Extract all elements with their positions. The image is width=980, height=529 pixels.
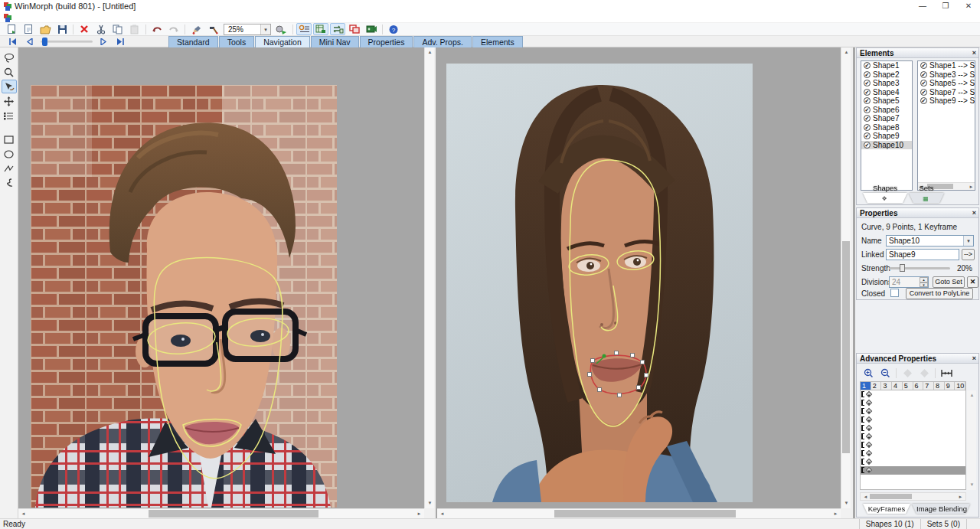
build-hammer-button[interactable]	[205, 23, 220, 35]
set-visible-check-icon[interactable]: ✔	[920, 89, 927, 96]
timeline-frame-column[interactable]: 7	[923, 382, 934, 390]
toolbar-tab[interactable]: Adv. Props.	[413, 36, 472, 47]
frame-slider-thumb[interactable]	[42, 38, 47, 46]
divisions-spinner-buttons[interactable]: ▴ ▾	[920, 277, 928, 287]
scroll-up-icon[interactable]: ▲	[425, 47, 435, 57]
toolbar-tab[interactable]: Mini Nav	[311, 36, 359, 47]
timeline-frame-column[interactable]: 10	[955, 382, 965, 390]
scroll-up-icon[interactable]: ▲	[841, 47, 851, 57]
shape-list-item[interactable]: ✔ Shape6	[861, 106, 912, 115]
resize-grip[interactable]	[966, 519, 980, 529]
curve-tool-button[interactable]	[2, 176, 17, 190]
shape-visible-check-icon[interactable]: ✔	[864, 142, 871, 149]
timeline-frame-column[interactable]: 2	[871, 382, 882, 390]
close-button[interactable]: ✕	[957, 0, 980, 12]
remove-from-set-button[interactable]: ✕	[967, 276, 978, 288]
shape-list-item[interactable]: ✔ Shape1	[861, 61, 912, 70]
timeline-frame-column[interactable]: 9	[945, 382, 956, 390]
new-project-button[interactable]	[4, 23, 19, 35]
scroll-right-icon[interactable]: ►	[956, 493, 965, 501]
next-frame-button[interactable]	[100, 38, 107, 45]
shape-visible-check-icon[interactable]: ✔	[864, 80, 871, 87]
scrollbar-thumb[interactable]	[554, 510, 736, 518]
convert-to-polyline-button[interactable]: Convert to PolyLine	[906, 288, 973, 299]
tab-shapes[interactable]: ❖Shapes	[863, 193, 907, 203]
destination-vertical-scrollbar[interactable]: ▲ ▼	[841, 47, 851, 508]
tab-image-blending[interactable]: Image Blending	[912, 504, 970, 514]
set-list-item[interactable]: ✔ Shape1 --> Shape	[918, 61, 975, 70]
shape-sets-button[interactable]	[347, 23, 362, 35]
timeline-shape-row[interactable]	[861, 441, 965, 449]
timeline-frame-column[interactable]: 3	[881, 382, 892, 390]
open-button[interactable]	[38, 23, 53, 35]
last-frame-button[interactable]	[116, 38, 124, 45]
set-visible-check-icon[interactable]: ✔	[920, 80, 927, 87]
paste-button[interactable]	[127, 23, 142, 35]
timeline-shape-row[interactable]	[861, 416, 965, 424]
shape-list-item[interactable]: ✔ Shape9	[861, 132, 912, 141]
keyframe-marker-icon[interactable]	[866, 450, 872, 456]
linked-to-field[interactable]: Shape9	[886, 249, 959, 260]
shape-visible-check-icon[interactable]: ✔	[864, 71, 871, 78]
move-tool-button[interactable]	[2, 94, 17, 108]
toolbar-tab[interactable]: Properties	[360, 36, 413, 47]
shape-visible-check-icon[interactable]: ✔	[864, 89, 871, 96]
set-visible-check-icon[interactable]: ✔	[920, 62, 927, 69]
dropdown-arrow-icon[interactable]: ▾	[963, 236, 973, 246]
scrollbar-thumb[interactable]	[842, 241, 850, 453]
keyframe-marker-icon[interactable]	[866, 467, 872, 473]
save-button[interactable]	[54, 23, 70, 35]
toggle-elements-panel-button[interactable]	[330, 23, 345, 35]
keyframe-marker-icon[interactable]	[866, 433, 872, 439]
rectangle-shape-tool-button[interactable]	[2, 132, 17, 146]
tab-keyframes[interactable]: KeyFrames	[863, 504, 910, 514]
undo-button[interactable]	[149, 23, 165, 35]
set-list-item[interactable]: ✔ Shape7 --> Shape	[918, 88, 975, 97]
zoom-level-combobox[interactable]: 25% ▾	[224, 24, 271, 35]
shape-name-combobox[interactable]: Shape10 ▾	[886, 235, 974, 247]
shape-visible-check-icon[interactable]: ✔	[864, 97, 871, 104]
timeline-zoom-in-button[interactable]	[860, 367, 877, 379]
scrollbar-thumb[interactable]	[149, 510, 319, 518]
strength-slider[interactable]	[889, 267, 950, 269]
timeline-horizontal-scrollbar[interactable]: ◄ ►	[860, 492, 966, 501]
keyframe-marker-icon[interactable]	[866, 408, 872, 414]
timeline-frame-column[interactable]: 8	[934, 382, 945, 390]
edit-shape-tool-button[interactable]	[2, 80, 17, 93]
render-movie-button[interactable]	[364, 23, 379, 35]
next-keyframe-button[interactable]	[916, 367, 933, 379]
keyframe-marker-icon[interactable]	[866, 442, 872, 448]
minimize-button[interactable]: —	[911, 0, 934, 12]
strength-slider-thumb[interactable]	[900, 264, 905, 272]
source-image-canvas[interactable]	[31, 85, 337, 508]
shape-visible-check-icon[interactable]: ✔	[864, 106, 871, 113]
scroll-down-icon[interactable]: ▼	[967, 480, 977, 490]
destination-image-canvas[interactable]	[446, 64, 753, 502]
scroll-right-icon[interactable]: ►	[968, 183, 975, 191]
cut-button[interactable]	[93, 23, 109, 35]
shape-list-item[interactable]: ✔ Shape3	[861, 79, 912, 88]
zoom-tool-button[interactable]	[2, 65, 17, 79]
previous-keyframe-button[interactable]	[899, 367, 916, 379]
keyframe-spacing-button[interactable]	[938, 367, 955, 379]
closed-checkbox[interactable]	[890, 289, 899, 297]
set-list-item[interactable]: ✔ Shape9 --> Shape	[918, 96, 975, 106]
keyframe-marker-icon[interactable]	[866, 416, 872, 423]
timeline-shape-row[interactable]	[861, 449, 965, 458]
source-horizontal-scrollbar[interactable]: ◄ ►	[18, 508, 424, 518]
keyframe-marker-icon[interactable]	[866, 425, 872, 431]
previous-frame-button[interactable]	[26, 38, 33, 45]
first-frame-button[interactable]	[9, 38, 17, 45]
polyline-tool-button[interactable]	[2, 162, 17, 175]
toolbar-tab[interactable]: Tools	[219, 36, 255, 47]
toolbar-tab[interactable]: Navigation	[255, 36, 310, 47]
toggle-properties-panel-button[interactable]	[296, 23, 312, 35]
timeline-frame-column[interactable]: 5	[903, 382, 913, 390]
timeline-shape-row[interactable]	[861, 424, 965, 433]
close-icon[interactable]: ×	[972, 209, 976, 217]
timeline-shape-row[interactable]	[861, 433, 965, 441]
shape-visible-check-icon[interactable]: ✔	[864, 62, 871, 69]
zoom-dropdown-arrow-icon[interactable]: ▾	[260, 24, 270, 34]
frame-position-slider[interactable]	[41, 41, 93, 43]
toolbar-tab[interactable]: Elements	[472, 36, 523, 47]
